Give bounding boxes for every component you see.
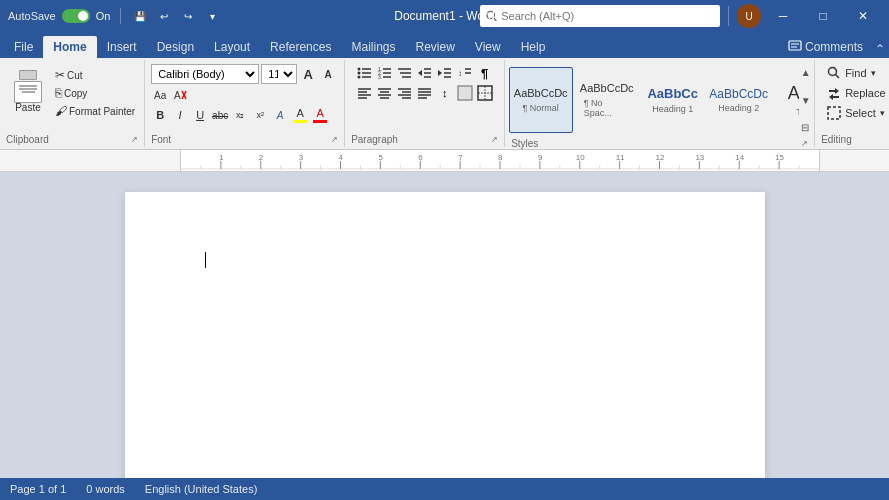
multilevel-list-button[interactable]: [396, 64, 414, 82]
bold-button[interactable]: B: [151, 106, 169, 124]
customize-quick-access-button[interactable]: ▾: [203, 7, 221, 25]
replace-button[interactable]: Replace: [821, 84, 889, 102]
tab-layout[interactable]: Layout: [204, 36, 260, 58]
tab-help[interactable]: Help: [511, 36, 556, 58]
select-icon: [827, 106, 841, 120]
search-input[interactable]: [501, 10, 714, 22]
svg-rect-4: [789, 41, 801, 50]
align-left-button[interactable]: [356, 84, 374, 102]
paste-icon: [14, 70, 42, 100]
select-label: Select: [845, 107, 876, 119]
svg-point-12: [357, 72, 360, 75]
select-button[interactable]: Select ▾: [821, 104, 889, 122]
tab-mailings[interactable]: Mailings: [341, 36, 405, 58]
styles-scroll-buttons: ▲ ▼ ⊟: [801, 67, 811, 133]
styles-scroll-up-button[interactable]: ▲: [801, 67, 811, 78]
style-title[interactable]: AaB Title: [773, 67, 799, 133]
undo-button[interactable]: ↩: [155, 7, 173, 25]
document-area[interactable]: [0, 172, 889, 500]
text-effects-button[interactable]: A: [271, 106, 289, 124]
style-heading1[interactable]: AaBbCc Heading 1: [641, 67, 705, 133]
numbering-button[interactable]: 1.2.3.: [376, 64, 394, 82]
shading-button[interactable]: [456, 84, 474, 102]
copy-button[interactable]: ⎘ Copy: [52, 84, 138, 102]
document-page[interactable]: [125, 192, 765, 500]
styles-scroll-down-button[interactable]: ▼: [801, 95, 811, 106]
paste-button[interactable]: Paste: [6, 64, 50, 118]
find-icon: [827, 66, 841, 80]
redo-button[interactable]: ↪: [179, 7, 197, 25]
comments-button[interactable]: Comments: [780, 36, 871, 58]
sort-button[interactable]: ↕: [456, 64, 474, 82]
bullets-icon: [357, 65, 373, 81]
tab-insert[interactable]: Insert: [97, 36, 147, 58]
decrease-indent-button[interactable]: [416, 64, 434, 82]
style-heading2[interactable]: AaBbCcDc Heading 2: [707, 67, 771, 133]
superscript-button[interactable]: x²: [251, 106, 269, 124]
font-expand-icon[interactable]: ↗: [331, 135, 338, 144]
font-color-button[interactable]: A: [311, 106, 329, 124]
change-case-button[interactable]: Aa: [151, 86, 169, 104]
align-center-button[interactable]: [376, 84, 394, 102]
increase-indent-button[interactable]: [436, 64, 454, 82]
font-shrink-button[interactable]: A: [319, 65, 337, 83]
clipboard-expand-icon[interactable]: ↗: [131, 135, 138, 144]
subscript-button[interactable]: x₂: [231, 106, 249, 124]
svg-marker-29: [438, 70, 442, 76]
close-button[interactable]: ✕: [845, 0, 881, 32]
font-grow-button[interactable]: A: [299, 65, 317, 83]
font-color-icon: A: [313, 107, 327, 123]
style-heading1-label: Heading 1: [652, 104, 693, 114]
cut-button[interactable]: ✂ Cut: [52, 66, 138, 84]
clipboard-group: Paste ✂ Cut ⎘ Copy 🖌 Format Painter Clip…: [0, 60, 145, 147]
autosave-toggle[interactable]: [62, 9, 90, 23]
paste-icon-body: [14, 81, 42, 103]
justify-button[interactable]: [416, 84, 434, 102]
style-no-spacing[interactable]: AaBbCcDc ¶ No Spac...: [575, 67, 639, 133]
style-heading2-preview: AaBbCcDc: [709, 87, 768, 101]
paragraph-expand-icon[interactable]: ↗: [491, 135, 498, 144]
collapse-ribbon-button[interactable]: ⌃: [871, 40, 889, 58]
document-title: Document1 - Word: [394, 9, 494, 23]
ruler: 1 2 3 4 5 6 7 8 9 10 11 12 13 1: [0, 150, 889, 172]
tab-references[interactable]: References: [260, 36, 341, 58]
title-bar: AutoSave On 💾 ↩ ↪ ▾ Document1 - Word U ─…: [0, 0, 889, 32]
tab-file[interactable]: File: [4, 36, 43, 58]
line-spacing-button[interactable]: ↕: [436, 84, 454, 102]
svg-text:2: 2: [259, 153, 264, 162]
save-button[interactable]: 💾: [131, 7, 149, 25]
styles-group-content: AaBbCcDc ¶ Normal AaBbCcDc ¶ No Spac... …: [507, 62, 813, 138]
ruler-svg: 1 2 3 4 5 6 7 8 9 10 11 12 13 1: [181, 151, 819, 171]
find-button[interactable]: Find ▾: [821, 64, 881, 82]
bullets-button[interactable]: [356, 64, 374, 82]
highlight-color-button[interactable]: A: [291, 106, 309, 124]
font-bottom-row: B I U abc x₂ x² A A A: [151, 106, 329, 124]
restore-button[interactable]: □: [805, 0, 841, 32]
clear-format-button[interactable]: A: [171, 86, 189, 104]
search-bar[interactable]: [480, 5, 720, 27]
tab-review[interactable]: Review: [405, 36, 464, 58]
borders-button[interactable]: [476, 84, 494, 102]
svg-text:6: 6: [418, 153, 423, 162]
underline-button[interactable]: U: [191, 106, 209, 124]
svg-text:15: 15: [775, 153, 784, 162]
tab-home[interactable]: Home: [43, 36, 96, 58]
align-right-button[interactable]: [396, 84, 414, 102]
strikethrough-button[interactable]: abc: [211, 106, 229, 124]
svg-line-57: [836, 75, 840, 79]
tab-design[interactable]: Design: [147, 36, 204, 58]
minimize-button[interactable]: ─: [765, 0, 801, 32]
font-size-select[interactable]: 11: [261, 64, 297, 84]
tab-view[interactable]: View: [465, 36, 511, 58]
style-normal[interactable]: AaBbCcDc ¶ Normal: [509, 67, 573, 133]
styles-more-button[interactable]: ⊟: [801, 122, 811, 133]
avatar[interactable]: U: [737, 4, 761, 28]
comments-icon: [788, 40, 802, 54]
styles-expand-icon[interactable]: ↗: [801, 139, 808, 148]
font-family-select[interactable]: Calibri (Body): [151, 64, 259, 84]
italic-button[interactable]: I: [171, 106, 189, 124]
borders-icon: [477, 85, 493, 101]
format-painter-button[interactable]: 🖌 Format Painter: [52, 102, 138, 120]
show-formatting-button[interactable]: ¶: [476, 64, 494, 82]
autosave-label: AutoSave: [8, 10, 56, 22]
